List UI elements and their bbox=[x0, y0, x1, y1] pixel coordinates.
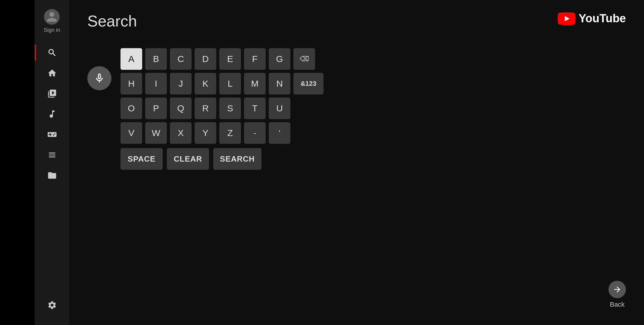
youtube-logo: YouTube bbox=[558, 12, 626, 25]
keyboard-row-4: V W X Y Z - ' bbox=[120, 122, 324, 144]
main-content: Search YouTube A B C D E bbox=[69, 0, 644, 325]
keyboard-container: A B C D E F G ⌫ H I J K L M N &123 bbox=[87, 48, 626, 170]
back-circle bbox=[608, 281, 626, 298]
back-icon bbox=[613, 285, 622, 294]
key-V[interactable]: V bbox=[120, 122, 142, 144]
sidebar: Sign in bbox=[35, 0, 69, 325]
key-I[interactable]: I bbox=[145, 73, 167, 94]
sidebar-item-search[interactable] bbox=[35, 42, 69, 63]
key-B[interactable]: B bbox=[145, 48, 167, 70]
music-icon bbox=[47, 109, 57, 119]
key-S[interactable]: S bbox=[219, 98, 241, 119]
mic-button[interactable] bbox=[87, 66, 111, 90]
sidebar-item-library[interactable] bbox=[35, 165, 69, 186]
key-M[interactable]: M bbox=[244, 73, 266, 94]
search-icon bbox=[47, 48, 57, 57]
sign-in-button[interactable]: Sign in bbox=[44, 9, 60, 33]
search-button[interactable]: SEARCH bbox=[213, 148, 261, 170]
home-icon bbox=[47, 68, 57, 78]
mic-icon bbox=[94, 73, 105, 84]
keyboard: A B C D E F G ⌫ H I J K L M N &123 bbox=[120, 48, 324, 170]
header: Search YouTube bbox=[87, 12, 626, 30]
clear-button[interactable]: CLEAR bbox=[167, 148, 209, 170]
sidebar-item-queue[interactable] bbox=[35, 145, 69, 165]
space-button[interactable]: SPACE bbox=[120, 148, 163, 170]
youtube-text: YouTube bbox=[579, 12, 626, 25]
key-X[interactable]: X bbox=[170, 122, 192, 144]
key-dash[interactable]: - bbox=[244, 122, 266, 144]
key-H[interactable]: H bbox=[120, 73, 142, 94]
left-black-bar bbox=[0, 0, 35, 325]
key-L[interactable]: L bbox=[219, 73, 241, 94]
sidebar-item-subscriptions[interactable] bbox=[35, 83, 69, 104]
key-R[interactable]: R bbox=[195, 98, 216, 119]
key-O[interactable]: O bbox=[120, 98, 142, 119]
key-N[interactable]: N bbox=[269, 73, 290, 94]
youtube-icon bbox=[558, 12, 576, 25]
key-A[interactable]: A bbox=[120, 48, 142, 70]
key-J[interactable]: J bbox=[170, 73, 192, 94]
back-button[interactable]: Back bbox=[608, 281, 626, 308]
key-E[interactable]: E bbox=[219, 48, 241, 70]
keyboard-row-3: O P Q R S T U bbox=[120, 98, 324, 119]
key-P[interactable]: P bbox=[145, 98, 167, 119]
key-K[interactable]: K bbox=[195, 73, 216, 94]
keyboard-bottom-row: SPACE CLEAR SEARCH bbox=[120, 148, 324, 170]
key-F[interactable]: F bbox=[244, 48, 266, 70]
keyboard-row-2: H I J K L M N &123 bbox=[120, 73, 324, 94]
gaming-icon bbox=[47, 130, 57, 139]
sidebar-item-gaming[interactable] bbox=[35, 124, 69, 145]
key-W[interactable]: W bbox=[145, 122, 167, 144]
key-C[interactable]: C bbox=[170, 48, 192, 70]
key-numbers[interactable]: &123 bbox=[293, 73, 324, 94]
user-avatar bbox=[44, 9, 60, 25]
key-D[interactable]: D bbox=[195, 48, 216, 70]
keyboard-row-1: A B C D E F G ⌫ bbox=[120, 48, 324, 70]
key-T[interactable]: T bbox=[244, 98, 266, 119]
key-apostrophe[interactable]: ' bbox=[269, 122, 290, 144]
key-Q[interactable]: Q bbox=[170, 98, 192, 119]
settings-icon bbox=[47, 300, 57, 310]
key-Y[interactable]: Y bbox=[195, 122, 216, 144]
sidebar-item-home[interactable] bbox=[35, 63, 69, 83]
sidebar-item-settings[interactable] bbox=[35, 294, 69, 316]
library-icon bbox=[47, 171, 57, 180]
subscriptions-icon bbox=[47, 89, 57, 98]
back-label: Back bbox=[610, 301, 625, 308]
page-title: Search bbox=[87, 12, 137, 30]
sidebar-item-music[interactable] bbox=[35, 104, 69, 124]
key-backspace[interactable]: ⌫ bbox=[293, 48, 315, 70]
key-Z[interactable]: Z bbox=[219, 122, 241, 144]
queue-icon bbox=[47, 150, 57, 160]
sign-in-label: Sign in bbox=[44, 27, 60, 33]
key-G[interactable]: G bbox=[269, 48, 290, 70]
key-U[interactable]: U bbox=[269, 98, 290, 119]
